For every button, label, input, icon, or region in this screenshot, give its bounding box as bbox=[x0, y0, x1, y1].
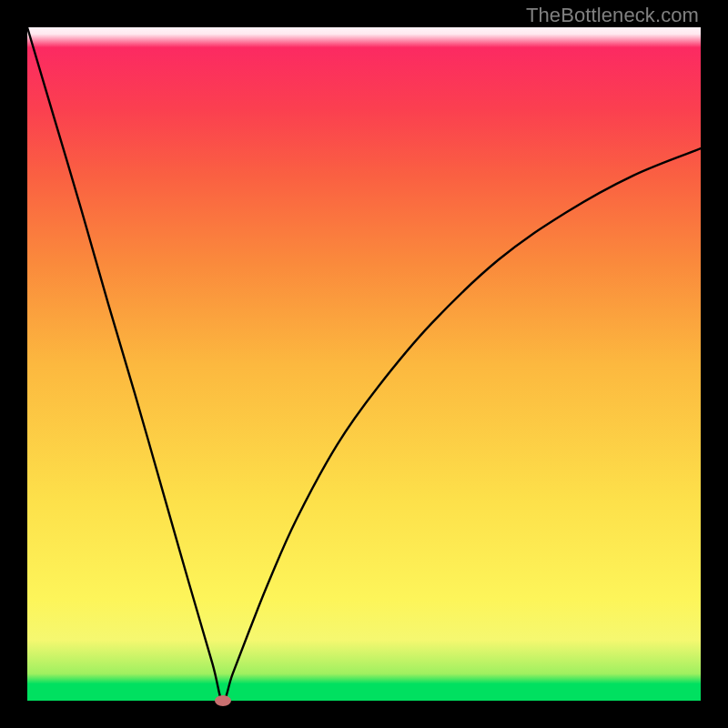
plot-area bbox=[27, 27, 701, 701]
chart-frame: TheBottleneck.com bbox=[0, 0, 728, 728]
minimum-marker bbox=[215, 695, 231, 706]
watermark-text: TheBottleneck.com bbox=[526, 4, 699, 27]
bottleneck-curve bbox=[27, 27, 701, 701]
curve-svg bbox=[27, 27, 701, 701]
